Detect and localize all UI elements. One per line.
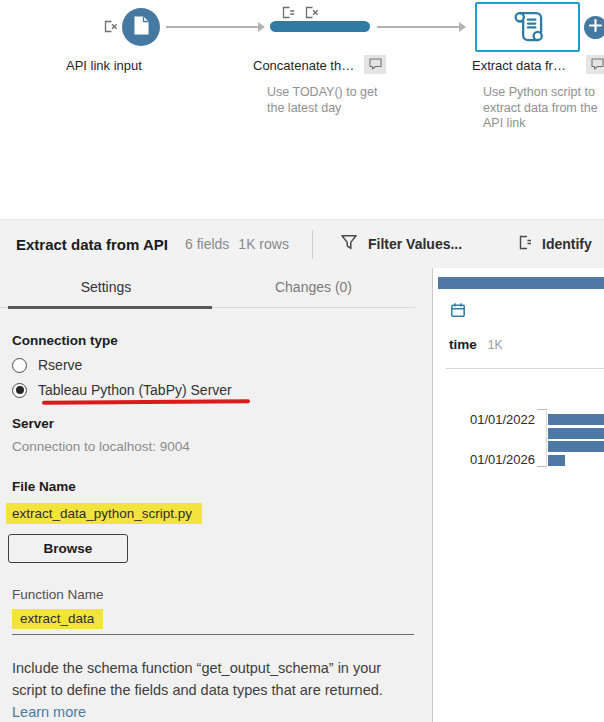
speech-bubble-icon [369, 56, 382, 74]
document-icon [133, 15, 150, 40]
filter-values-label: Filter Values... [368, 236, 462, 252]
function-name-input[interactable]: extract_data [12, 602, 414, 635]
tab-changes[interactable]: Changes (0) [212, 268, 415, 307]
learn-more-link[interactable]: Learn more [12, 704, 86, 720]
flow-caption-script: Use Python script to extract data from t… [483, 85, 604, 132]
flow-connector-arrow [377, 26, 465, 28]
flow-node-script-selected[interactable] [475, 2, 580, 52]
field-card-selected-strip[interactable] [438, 277, 604, 289]
filter-values-button[interactable]: Filter Values... [340, 234, 462, 254]
schema-note-text: Include the schema function “get_output_… [12, 660, 383, 698]
identify-label: Identify [542, 236, 592, 252]
server-connection-value: Connection to localhost: 9004 [12, 439, 432, 454]
histogram-bar[interactable] [548, 441, 604, 452]
panel-tabs: Settings Changes (0) [0, 268, 415, 308]
histogram-axis-line [546, 408, 547, 468]
schema-note: Include the schema function “get_output_… [12, 657, 408, 722]
connection-type-label: Connection type [12, 333, 432, 348]
radio-tabpy[interactable]: Tableau Python (TabPy) Server [12, 382, 432, 398]
radio-circle-selected[interactable] [12, 383, 27, 398]
tableau-prep-window: API link input Concatenate th… Extract d… [0, 0, 604, 722]
remove-field-icon[interactable] [103, 19, 118, 38]
field-divider [446, 368, 604, 369]
histogram-label-first: 01/01/2022 [443, 412, 535, 427]
function-name-value: extract_data [12, 609, 103, 629]
histogram-bar[interactable] [548, 455, 565, 466]
red-annotation-underline [42, 399, 250, 404]
file-name-label: File Name [12, 479, 432, 494]
comment-bubble-concatenate[interactable] [364, 55, 386, 74]
flow-node-api-link-input[interactable] [122, 8, 160, 46]
histogram-bar[interactable] [548, 428, 604, 439]
step-title: Extract data from API [16, 236, 168, 253]
plus-icon [584, 14, 604, 41]
comment-bubble-script[interactable] [586, 55, 604, 74]
rows-count: 1K rows [238, 236, 289, 252]
browse-button[interactable]: Browse [8, 534, 128, 563]
flow-node-label-input: API link input [66, 58, 142, 73]
radio-tabpy-label: Tableau Python (TabPy) Server [38, 382, 232, 398]
histogram-bar[interactable] [548, 414, 604, 425]
radio-rserve[interactable]: Rserve [12, 357, 432, 373]
active-tab-indicator [8, 306, 212, 309]
step-meta: 6 fields 1K rows [185, 236, 289, 252]
radio-circle-unselected[interactable] [12, 358, 27, 373]
field-header[interactable]: time 1K [449, 337, 502, 352]
funnel-icon [340, 234, 358, 254]
file-name-value: extract_data_python_script.py [6, 503, 202, 524]
histogram-label-last: 01/01/2026 [443, 452, 535, 467]
flow-caption-concatenate: Use TODAY() to get the latest day [267, 85, 379, 116]
fields-count: 6 fields [185, 236, 229, 252]
histogram-tick [537, 466, 546, 467]
settings-panel: Settings Changes (0) Connection type Rse… [0, 268, 432, 722]
flow-node-label-script: Extract data fr… [472, 58, 566, 73]
function-name-label: Function Name [12, 587, 432, 602]
identify-button[interactable]: Identify [517, 234, 592, 254]
server-label: Server [12, 416, 432, 431]
profile-pane: time 1K 01/01/2022 01/01/2026 [432, 268, 604, 722]
histogram-tick [537, 409, 546, 410]
field-count: 1K [488, 338, 503, 352]
calendar-date-type-icon[interactable] [450, 302, 466, 322]
step-toolbar: Extract data from API 6 fields 1K rows F… [0, 219, 604, 268]
flow-connector-arrow [166, 26, 264, 28]
script-scroll-icon [509, 8, 546, 47]
flow-canvas: API link input Concatenate th… Extract d… [0, 0, 604, 219]
radio-rserve-label: Rserve [38, 357, 82, 373]
flow-node-label-concatenate: Concatenate th… [253, 58, 354, 73]
toolbar-divider [312, 230, 313, 259]
flow-node-concatenate[interactable] [270, 21, 370, 32]
speech-bubble-icon [591, 56, 604, 74]
tab-settings[interactable]: Settings [0, 268, 212, 307]
field-name: time [449, 337, 477, 352]
add-step-button[interactable] [584, 16, 604, 39]
document-lines-icon [517, 234, 532, 254]
